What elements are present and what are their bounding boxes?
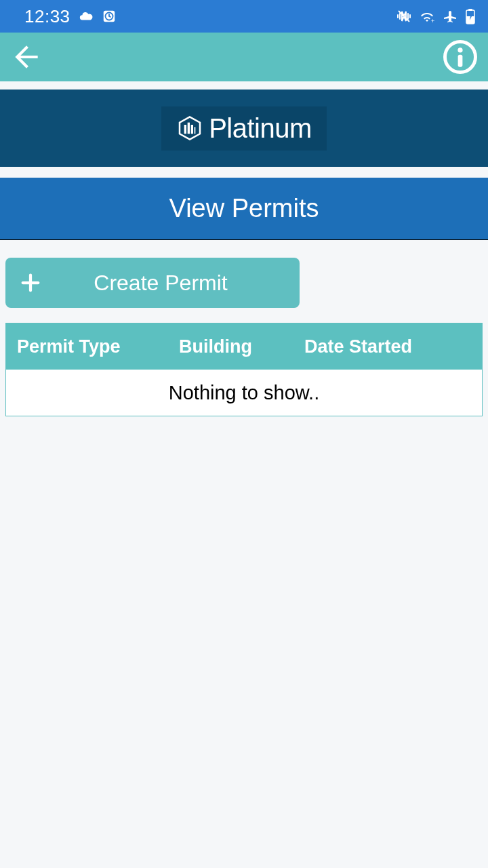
svg-rect-9 (184, 125, 186, 134)
cloud-icon (79, 9, 94, 24)
column-date-started: Date Started (304, 336, 482, 357)
empty-message: Nothing to show.. (169, 382, 319, 404)
plus-icon (19, 271, 42, 294)
info-button[interactable] (442, 39, 479, 75)
permits-table: Permit Type Building Date Started Nothin… (5, 323, 483, 416)
spacer (0, 81, 488, 90)
column-permit-type: Permit Type (6, 336, 179, 357)
status-right: + (396, 8, 476, 24)
svg-rect-11 (191, 125, 193, 134)
table-empty-row: Nothing to show.. (6, 370, 482, 416)
content-area: Create Permit Permit Type Building Date … (0, 240, 488, 416)
svg-rect-10 (188, 123, 190, 134)
clock-badge-icon (102, 9, 117, 24)
platinum-logo-icon (176, 115, 203, 142)
battery-charging-icon (465, 8, 476, 24)
table-header-row: Permit Type Building Date Started (6, 323, 482, 370)
brand-banner: Platinum (0, 90, 488, 167)
svg-rect-8 (458, 55, 463, 67)
back-button[interactable] (9, 40, 43, 74)
svg-rect-4 (468, 9, 472, 11)
nav-bar (0, 33, 488, 81)
status-left: 12:33 (24, 6, 117, 27)
spacer (0, 167, 488, 178)
brand-logo: Platinum (161, 106, 327, 151)
svg-point-7 (458, 47, 462, 52)
page-title: View Permits (169, 194, 319, 223)
create-permit-label: Create Permit (42, 271, 300, 296)
status-time: 12:33 (24, 6, 70, 27)
svg-rect-12 (195, 127, 196, 134)
airplane-icon (442, 8, 458, 24)
wifi-icon: + (419, 8, 435, 24)
column-building: Building (179, 336, 304, 357)
vibrate-icon (396, 8, 412, 24)
svg-text:+: + (431, 18, 434, 24)
create-permit-button[interactable]: Create Permit (5, 258, 300, 308)
title-bar: View Permits (0, 178, 488, 240)
brand-name: Platinum (209, 113, 312, 144)
status-bar: 12:33 + (0, 0, 488, 33)
